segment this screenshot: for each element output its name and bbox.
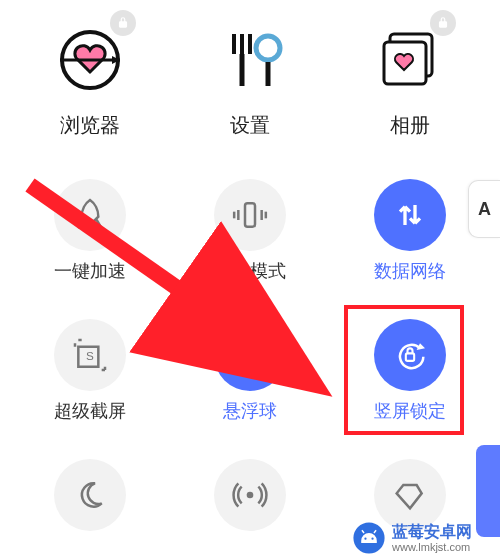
watermark-title: 蓝莓安卓网 [392,523,472,541]
broadcast-icon [214,459,286,531]
side-blue-handle[interactable] [476,445,500,537]
qs-portrait-lock[interactable]: 竖屏锁定 [330,309,490,449]
photo-stack-icon [370,20,450,100]
qs-hotspot[interactable] [170,449,330,559]
cutlery-icon [210,20,290,100]
svg-rect-11 [245,203,255,226]
quick-settings-grid: 一键加速 振动模式 数据网络 S 超级截屏 [0,169,500,559]
svg-rect-20 [406,353,414,361]
watermark-url: www.lmkjst.com [392,541,472,553]
lock-icon [110,10,136,36]
heart-target-icon [50,20,130,100]
app-gallery-label: 相册 [390,112,430,139]
svg-point-26 [371,538,373,540]
qs-speed-up-label: 一键加速 [54,259,126,283]
qs-portrait-lock-label: 竖屏锁定 [374,399,446,423]
app-settings[interactable]: 设置 [190,20,310,139]
app-browser-label: 浏览器 [60,112,120,139]
moon-icon [54,459,126,531]
side-letter-tab-label: A [478,199,491,220]
qs-super-screenshot-label: 超级截屏 [54,399,126,423]
qs-speed-up[interactable]: 一键加速 [10,169,170,309]
data-arrows-icon [374,179,446,251]
qs-floating-ball-label: 悬浮球 [223,399,277,423]
app-browser[interactable]: 浏览器 [30,20,150,139]
qs-vibration-label: 振动模式 [214,259,286,283]
watermark: 蓝莓安卓网 www.lmkjst.com [352,521,472,555]
svg-point-17 [238,343,261,366]
svg-point-18 [246,351,254,359]
svg-point-7 [256,36,280,60]
lock-icon [430,10,456,36]
app-icon-row: 浏览器 设置 [0,10,500,169]
svg-point-21 [247,492,254,499]
disc-icon [214,319,286,391]
qs-mobile-data-label: 数据网络 [374,259,446,283]
qs-super-screenshot[interactable]: S 超级截屏 [10,309,170,449]
android-icon [352,521,386,555]
app-gallery[interactable]: 相册 [350,20,470,139]
rotation-lock-icon [374,319,446,391]
side-letter-tab[interactable]: A [468,180,500,238]
rocket-icon [54,179,126,251]
svg-text:S: S [86,349,94,362]
qs-night-mode[interactable] [10,449,170,559]
crop-s-icon: S [54,319,126,391]
qs-floating-ball[interactable]: 悬浮球 [170,309,330,449]
app-settings-label: 设置 [230,112,270,139]
vibrate-icon [214,179,286,251]
qs-mobile-data[interactable]: 数据网络 [330,169,490,309]
qs-vibration[interactable]: 振动模式 [170,169,330,309]
svg-point-25 [364,538,366,540]
